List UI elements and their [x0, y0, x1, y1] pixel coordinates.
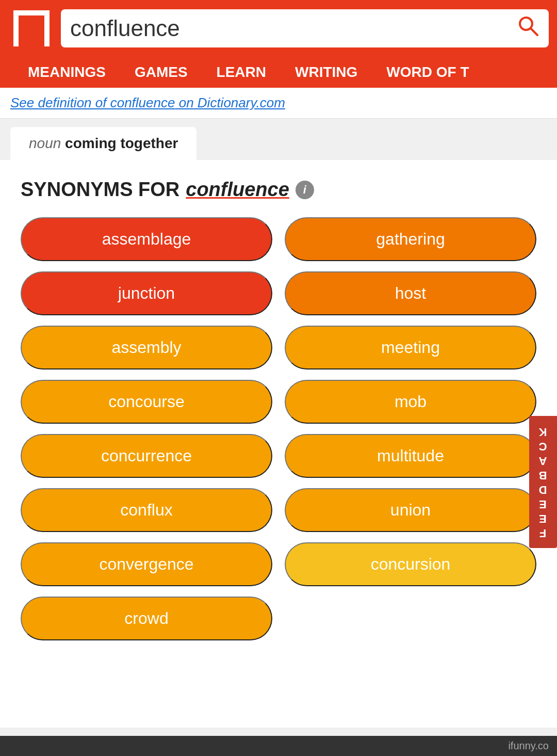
search-input[interactable] — [70, 15, 512, 41]
tab-area: noun coming together — [0, 119, 557, 160]
info-icon[interactable]: i — [296, 181, 314, 199]
search-button[interactable] — [517, 14, 539, 42]
synonym-union[interactable]: union — [285, 488, 536, 532]
synonym-mob[interactable]: mob — [285, 380, 536, 424]
dict-link-before: See definition of — [10, 95, 110, 110]
synonym-gathering[interactable]: gathering — [285, 217, 536, 261]
nav-item-meanings[interactable]: MEANINGS — [13, 57, 120, 88]
search-icon — [517, 14, 539, 37]
synonyms-header-prefix: SYNONYMS FOR — [21, 179, 179, 201]
tab-definition: coming together — [65, 135, 178, 151]
header: MEANINGS GAMES LEARN WRITING WORD OF T — [0, 0, 557, 88]
main-content: SYNONYMS FOR confluence i assemblage gat… — [0, 160, 557, 728]
synonym-concourse[interactable]: concourse — [21, 380, 272, 424]
synonym-crowd[interactable]: crowd — [21, 597, 272, 640]
nav-item-writing[interactable]: WRITING — [281, 57, 372, 88]
synonym-conflux[interactable]: conflux — [21, 488, 272, 532]
bottom-bar-text: ifunny.co — [508, 740, 549, 751]
synonym-concurrence[interactable]: concurrence — [21, 434, 272, 478]
feedback-tab[interactable]: FEEDBACK — [529, 416, 557, 548]
nav-item-games[interactable]: GAMES — [120, 57, 202, 88]
dictionary-link[interactable]: See definition of confluence on Dictiona… — [0, 88, 557, 119]
part-of-speech: noun — [29, 135, 61, 151]
synonym-concursion[interactable]: concursion — [285, 542, 536, 586]
synonym-assembly[interactable]: assembly — [21, 326, 272, 369]
tab-noun[interactable]: noun coming together — [10, 127, 196, 160]
synonym-multitude[interactable]: multitude — [285, 434, 536, 478]
logo[interactable] — [8, 5, 55, 52]
synonym-host[interactable]: host — [285, 271, 536, 315]
bottom-bar: ifunny.co — [0, 736, 557, 756]
header-top — [8, 5, 549, 57]
synonym-meeting[interactable]: meeting — [285, 326, 536, 369]
search-bar — [61, 9, 549, 47]
nav-item-word-of-day[interactable]: WORD OF T — [372, 57, 483, 88]
synonym-convergence[interactable]: convergence — [21, 542, 272, 586]
dict-link-word: confluence — [110, 95, 175, 110]
empty-cell — [285, 597, 536, 640]
nav: MEANINGS GAMES LEARN WRITING WORD OF T — [8, 57, 549, 88]
dict-link-after: on Dictionary.com — [175, 95, 285, 110]
synonyms-word-link[interactable]: confluence — [186, 179, 289, 201]
synonym-junction[interactable]: junction — [21, 271, 272, 315]
svg-line-4 — [531, 28, 537, 35]
nav-item-learn[interactable]: LEARN — [202, 57, 281, 88]
synonym-assemblage[interactable]: assemblage — [21, 217, 272, 261]
synonyms-grid: assemblage gathering junction host assem… — [21, 217, 536, 640]
synonyms-header: SYNONYMS FOR confluence i — [21, 179, 536, 201]
